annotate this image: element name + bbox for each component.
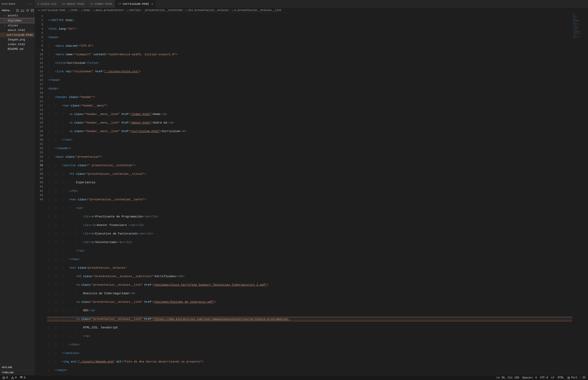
file-tree: ›assets ›diplomas ›styles about.html cur… [0,13,35,365]
project-header[interactable]: PROYE… [0,8,35,13]
code-content[interactable]: <!DOCTYPE html> <html lang="en"> <head> … [47,13,572,375]
chevron-right-icon: › [4,19,6,22]
tab-about-html[interactable]: <> about.html [59,0,87,8]
outline-panel[interactable]: OUTLINE [0,365,35,370]
explorer-header: EXPLORER ··· [0,0,35,8]
chevron-right-icon: › [79,9,80,12]
folder-diplomas[interactable]: ›diplomas [0,18,35,23]
file-curriculum-html[interactable]: curriculum.html [0,33,35,37]
file-readme-md[interactable]: README.md [0,47,35,51]
chevron-right-icon: › [66,9,68,12]
svg-point-2 [21,377,22,378]
breadcrumb-html[interactable]: ⬚html [69,9,78,12]
sidebar: PROYE… ›assets ›diplomas ›styles about.h… [0,8,35,375]
tab-label: index.html [95,2,112,6]
status-port[interactable]: Port : 55 [567,376,586,379]
editor-tabs: # style.css <> about.html <> index.html … [35,0,588,8]
status-ports[interactable]: 0 [20,376,25,379]
html-icon: <> [90,2,94,6]
new-folder-icon[interactable] [21,9,24,12]
status-warnings[interactable]: 0 [11,376,17,379]
tag-icon: ⬚ [127,9,128,12]
status-eol[interactable]: LF [551,376,554,379]
chevron-right-icon: › [124,9,126,12]
tab-label: style.css [41,2,56,6]
status-encoding[interactable]: UTF-8 [540,376,548,379]
tag-icon: ⬚ [94,9,95,12]
tab-label: curriculum.html [123,2,149,6]
folder-styles[interactable]: ›styles [0,23,35,28]
breadcrumb-section[interactable]: ⬚section. .presentacion__contenido [127,9,182,12]
breadcrumb-main[interactable]: ⬚main.presentacion [94,9,124,12]
status-cursor[interactable]: Ln 36, Col 180 [497,376,519,379]
status-spaces[interactable]: Spaces: 4 [522,376,537,379]
statusbar: 0 0 0 Ln 36, Col 180 Spaces: 4 UTF-8 LF … [0,375,588,380]
tab-label: about.html [67,2,84,6]
tag-icon: ⬚ [81,9,83,12]
collapse-icon[interactable] [31,9,34,12]
html-icon: <> [62,2,66,6]
svg-rect-0 [31,9,34,12]
new-file-icon[interactable] [16,9,19,12]
tag-icon: ⬚ [69,9,71,12]
chevron-right-icon: › [4,24,6,27]
chevron-right-icon: › [4,14,6,17]
status-errors[interactable]: 0 [2,376,8,379]
tag-icon: ⬚ [232,9,234,12]
breadcrumb-div[interactable]: ⬚div.presentacion__enlaces [186,9,229,12]
folder-assets[interactable]: ›assets [0,13,35,18]
tag-icon: ⬚ [186,9,187,12]
tab-curriculum-html[interactable]: <> curriculum.html × [115,0,156,8]
breadcrumbs: <>curriculum.html › ⬚html › ⬚body › ⬚mai… [35,8,588,13]
breadcrumb-body[interactable]: ⬚body [81,9,90,12]
editor-body[interactable]: 1234567891011121314151617181920212223242… [35,13,588,375]
html-icon: <> [118,2,121,6]
project-name: PROYE… [2,9,11,12]
timeline-panel[interactable]: TIMELINE [0,370,35,375]
css-icon: # [37,2,39,6]
file-about-html[interactable]: about.html [0,28,35,33]
chevron-right-icon: › [91,9,93,12]
refresh-icon[interactable] [26,9,29,12]
breadcrumb-file[interactable]: <>curriculum.html [37,9,66,12]
explorer-title: EXPLORER [2,3,16,5]
close-icon[interactable]: × [151,2,153,6]
explorer-more-icon[interactable]: ··· [26,2,33,6]
status-language[interactable]: HTML [557,376,564,379]
line-gutter: 1234567891011121314151617181920212223242… [35,13,47,375]
minimap[interactable]: ▬▬▬▬▬▬ ▬▬▬▬▬▬▬▬▬ ▬▬▬▬ ▬▬▬▬▬▬▬▬▬▬ ▬▬▬▬▬▬▬… [572,13,588,375]
tab-style-css[interactable]: # style.css [35,0,59,8]
html-icon: <> [37,9,40,12]
chevron-right-icon: › [230,9,231,12]
editor-area: <>curriculum.html › ⬚html › ⬚body › ⬚mai… [35,8,588,375]
chevron-right-icon: › [183,9,185,12]
file-index-html[interactable]: index.html [0,42,35,47]
breadcrumb-a[interactable]: ⬚a.presentacion__enlaces__link [232,9,281,12]
tab-index-html[interactable]: <> index.html [87,0,115,8]
file-imagem-png[interactable]: Imagem.png [0,37,35,42]
